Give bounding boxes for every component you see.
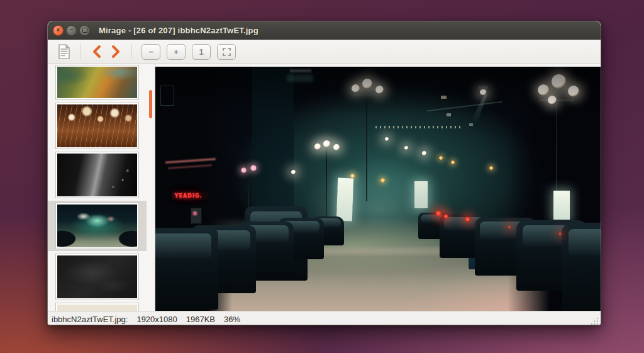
mirage-window: × − Mirage - [26 of 207] ibbhcN2aztTwET.… <box>47 21 601 325</box>
photo-amber-light <box>350 174 355 178</box>
photo-distant-lamp <box>385 137 389 141</box>
close-button[interactable]: × <box>53 25 64 36</box>
photo-amber-light <box>451 160 455 164</box>
thumbnail-frame <box>55 254 139 300</box>
thumbnail-item-5[interactable] <box>48 254 147 300</box>
zoom-out-button[interactable]: − <box>142 44 160 60</box>
actual-size-button[interactable]: 1 <box>192 44 211 60</box>
maximize-icon <box>82 28 87 33</box>
content-area: YEADIG. <box>48 64 601 311</box>
maximize-button[interactable] <box>79 25 90 36</box>
photo-street-lamp <box>333 144 340 150</box>
photo-distant-lamp <box>404 146 408 150</box>
chevron-left-icon <box>91 45 103 59</box>
minus-icon: − <box>148 47 153 57</box>
photo-brake-light <box>443 214 448 219</box>
photo-tail-light <box>558 232 562 236</box>
chevron-right-icon <box>110 45 121 59</box>
photo-brake-light <box>435 210 441 216</box>
one-to-one-icon: 1 <box>199 47 203 57</box>
thumbnail-image-moss <box>57 67 137 98</box>
document-icon <box>58 44 70 60</box>
photo-pink-lamp <box>241 167 247 173</box>
photo-billboard <box>336 178 353 221</box>
thumbnail-image-bokeh <box>57 104 137 147</box>
thumbnail-image-night-street <box>57 205 137 247</box>
photo-amber-light <box>489 166 493 170</box>
photo-brake-light <box>465 216 470 222</box>
photo-street-lamp <box>291 170 296 174</box>
minimize-icon: − <box>69 26 73 33</box>
photo-tail-light <box>508 225 511 229</box>
main-image-view[interactable]: YEADIG. <box>155 67 601 311</box>
thumbnail-item-4-selected[interactable] <box>48 201 147 251</box>
photo-street-lamp <box>314 143 321 150</box>
photo-amber-light <box>439 156 443 160</box>
thumbnail-scrollbar-track[interactable] <box>147 64 155 311</box>
thumbnail-item-3[interactable] <box>48 152 147 198</box>
thumbnail-item-2[interactable] <box>48 103 147 149</box>
photo-vending-machine <box>191 208 202 224</box>
next-image-button[interactable] <box>110 45 121 59</box>
toolbar-separator <box>80 44 81 59</box>
photo-pink-lamp <box>250 165 257 171</box>
thumbnail-image-dark-texture <box>57 255 137 298</box>
photo-street-lamp <box>323 140 330 147</box>
thumbnail-scrollbar-thumb[interactable] <box>149 90 152 118</box>
photo-amber-light <box>380 178 385 182</box>
thumbnail-frame <box>55 152 139 198</box>
photo-parked-car <box>562 223 601 311</box>
zoom-in-button[interactable]: + <box>167 44 186 60</box>
photo-light-panel <box>414 181 428 208</box>
thumbnail-frame <box>55 65 139 100</box>
photo-parked-car <box>155 228 218 310</box>
photo-vending-light <box>193 211 197 215</box>
previous-image-button[interactable] <box>91 45 103 59</box>
photo-lamp-pole <box>326 148 327 216</box>
photo-bridge-lights <box>375 126 461 128</box>
thumbnail-item-1[interactable] <box>48 65 147 100</box>
plus-icon: + <box>174 47 179 57</box>
close-icon: × <box>57 27 60 33</box>
minimize-button[interactable]: − <box>66 25 77 36</box>
fit-screen-icon <box>223 48 231 56</box>
fit-to-window-button[interactable] <box>217 44 236 60</box>
thumbnail-image-partial <box>57 305 137 311</box>
status-filename: ibbhcN2aztTwET.jpg: <box>52 315 128 324</box>
thumbnail-frame <box>55 103 139 149</box>
photo-top-vignette <box>155 67 601 117</box>
properties-button[interactable] <box>58 44 70 60</box>
thumbnail-frame <box>55 303 139 311</box>
photo-right-billboard <box>553 191 570 220</box>
window-title: Mirage - [26 of 207] ibbhcN2aztTwET.jpg <box>99 26 258 35</box>
desktop-background: × − Mirage - [26 of 207] ibbhcN2aztTwET.… <box>0 0 644 353</box>
toolbar: − + 1 <box>48 40 601 64</box>
thumbnail-item-6[interactable] <box>48 303 147 311</box>
status-dimensions: 1920x1080 <box>136 315 177 324</box>
photo-distant-lamp <box>422 151 426 155</box>
status-filesize: 1967KB <box>186 315 215 324</box>
statusbar: ibbhcN2aztTwET.jpg: 1920x1080 1967KB 36% <box>48 311 601 325</box>
thumbnail-list <box>48 64 147 311</box>
toolbar-separator <box>131 44 132 59</box>
resize-grip[interactable] <box>590 317 599 325</box>
thumbnail-frame <box>55 203 139 249</box>
photo-neon-sign-text: YEADIG. <box>175 193 203 199</box>
thumbnail-image-rain <box>57 154 137 196</box>
status-zoom-level: 36% <box>224 315 240 324</box>
titlebar[interactable]: × − Mirage - [26 of 207] ibbhcN2aztTwET.… <box>48 21 601 40</box>
